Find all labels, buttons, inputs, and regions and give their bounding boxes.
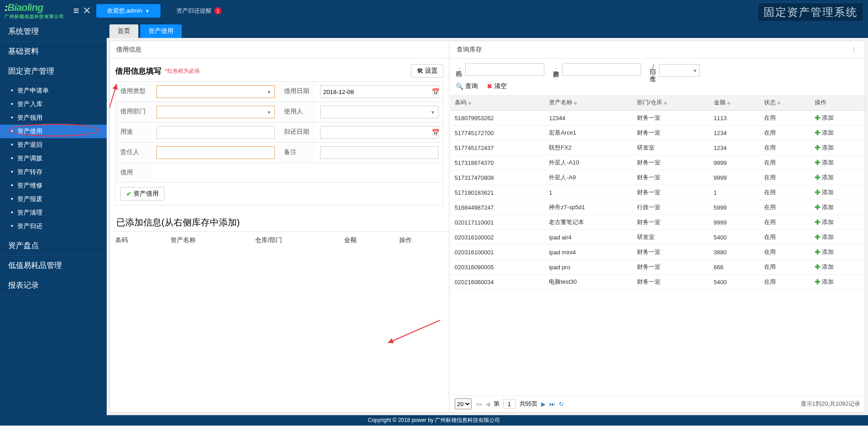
sidebar-item[interactable]: 资产维修 bbox=[0, 179, 107, 192]
sidebar-group-consumable[interactable]: 低值易耗品管理 bbox=[0, 256, 107, 276]
page-size-select[interactable]: 20 bbox=[455, 398, 472, 409]
plus-icon: ✚ bbox=[815, 114, 821, 122]
settings-button[interactable]: 🛠设置 bbox=[411, 64, 443, 78]
pager-info: 显示1到20,共1092记录 bbox=[801, 400, 860, 408]
remark-input[interactable] bbox=[320, 146, 439, 159]
menu-icon[interactable]: ≡ bbox=[73, 5, 79, 17]
submit-borrow-button[interactable]: ✔资产借用 bbox=[120, 187, 165, 201]
collapse-icon[interactable]: 》 bbox=[852, 46, 859, 54]
check-icon: ✔ bbox=[126, 190, 132, 197]
sidebar-item[interactable]: 资产调拨 bbox=[0, 152, 107, 165]
add-button[interactable]: ✚添加 bbox=[815, 129, 860, 137]
label-borrow-type: 借用类型 bbox=[116, 82, 152, 102]
add-button[interactable]: ✚添加 bbox=[815, 144, 860, 152]
purpose-input[interactable] bbox=[156, 126, 275, 139]
first-page-button[interactable]: ⏮ bbox=[476, 401, 482, 407]
welcome-dropdown[interactable]: 欢迎您,admin▼ bbox=[96, 4, 160, 18]
add-button[interactable]: ✚添加 bbox=[815, 114, 860, 122]
responsible-input[interactable] bbox=[156, 146, 275, 159]
sidebar-group-inventory[interactable]: 资产盘点 bbox=[0, 236, 107, 256]
borrow-date-input[interactable] bbox=[320, 85, 439, 98]
svg-line-1 bbox=[388, 320, 440, 343]
calendar-icon[interactable]: 📅 bbox=[432, 129, 439, 136]
add-button[interactable]: ✚添加 bbox=[815, 218, 860, 226]
added-table: 条码 资产名称 仓库/部门 金额 操作 bbox=[110, 231, 449, 249]
plus-icon: ✚ bbox=[815, 159, 821, 167]
add-button[interactable]: ✚添加 bbox=[815, 278, 860, 286]
sidebar-item[interactable]: 资产申请单 bbox=[0, 84, 107, 98]
table-row: 020216060034电脑test30财务一室5400在用✚添加 bbox=[450, 275, 865, 290]
col-op: 操作 bbox=[394, 232, 449, 249]
plus-icon: ✚ bbox=[815, 218, 821, 226]
sidebar-item[interactable]: 资产入库 bbox=[0, 98, 107, 111]
last-page-button[interactable]: ⏭ bbox=[549, 401, 555, 407]
col-name[interactable]: 资产名称 bbox=[165, 232, 250, 249]
pager: 20 ⏮ ◀ 第 共55页 ▶ ⏭ ↻ 显示1到20,共1092记录 bbox=[450, 395, 865, 412]
borrow-type-select[interactable] bbox=[156, 85, 275, 98]
refresh-button[interactable]: ↻ bbox=[559, 401, 564, 407]
col-amount[interactable]: 金额 bbox=[339, 232, 394, 249]
plus-icon: ✚ bbox=[815, 129, 821, 137]
label-remark: 备注 bbox=[279, 143, 316, 163]
table-row: 517317470808外星人-A9财务一室9999在用✚添加 bbox=[450, 170, 865, 185]
clear-button[interactable]: ✖清空 bbox=[487, 82, 507, 90]
add-button[interactable]: ✚添加 bbox=[815, 173, 860, 182]
sidebar-item[interactable]: 资产转存 bbox=[0, 165, 107, 179]
sidebar-group-basic[interactable]: 基础资料 bbox=[0, 42, 107, 61]
query-barcode-input[interactable] bbox=[465, 63, 544, 76]
calendar-icon[interactable]: 📅 bbox=[432, 88, 439, 95]
label-q-name: 资产名称: bbox=[552, 66, 559, 73]
sidebar-item[interactable]: 资产归还 bbox=[0, 220, 107, 233]
col-name[interactable]: 资产名称◆ bbox=[544, 95, 632, 111]
col-dept[interactable]: 部门/仓库◆ bbox=[632, 95, 709, 111]
add-button[interactable]: ✚添加 bbox=[815, 233, 860, 241]
wrench-icon: 🛠 bbox=[417, 67, 423, 75]
col-amount[interactable]: 金额◆ bbox=[709, 95, 760, 111]
borrow-info-panel: 借用信息 借用信息填写 *红色框为必填 🛠设置 借用类型 借用日期 bbox=[109, 41, 449, 412]
sidebar-group-report[interactable]: 报表记录 bbox=[0, 276, 107, 295]
label-return-date: 归还日期 bbox=[279, 122, 316, 142]
add-button[interactable]: ✚添加 bbox=[815, 248, 860, 256]
inventory-table: 条码◆ 资产名称◆ 部门/仓库◆ 金额◆ 状态◆ 操作 518079953262… bbox=[450, 95, 865, 290]
notification-badge: 1 bbox=[214, 7, 222, 14]
sidebar-item[interactable]: 资产清理 bbox=[0, 206, 107, 220]
tab-home[interactable]: 首页 bbox=[109, 24, 138, 38]
caret-down-icon: ▼ bbox=[145, 9, 150, 14]
sidebar-group-asset[interactable]: 固定资产管理 bbox=[0, 61, 107, 81]
return-date-input[interactable] bbox=[320, 126, 439, 139]
col-dept[interactable]: 仓库/部门 bbox=[250, 232, 339, 249]
add-button[interactable]: ✚添加 bbox=[815, 203, 860, 211]
top-bar: :Biaoling 广州标领信息科技有限公司 ≡ ✕ 欢迎您,admin▼ 资产… bbox=[0, 0, 868, 22]
borrow-dept-select[interactable] bbox=[156, 106, 275, 118]
search-button[interactable]: 🔍查询 bbox=[456, 82, 478, 90]
col-barcode[interactable]: 条码◆ bbox=[450, 95, 545, 111]
table-row: 5171901836211财务一室1在用✚添加 bbox=[450, 185, 865, 200]
query-name-input[interactable] bbox=[562, 63, 641, 76]
query-dept-select[interactable] bbox=[659, 64, 700, 77]
sidebar-item[interactable]: 资产领用 bbox=[0, 111, 107, 125]
added-title: 已添加信息(从右侧库存中添加) bbox=[110, 211, 449, 231]
required-note: *红色框为必填 bbox=[165, 67, 200, 75]
search-icon: 🔍 bbox=[456, 83, 463, 90]
main: 首页 资产借用 借用信息 借用信息填写 *红色框为必填 🛠设置 bbox=[107, 22, 868, 415]
tab-asset-borrow[interactable]: 资产借用 bbox=[140, 24, 182, 38]
sidebar-item[interactable]: 资产报废 bbox=[0, 192, 107, 206]
close-icon[interactable]: ✕ bbox=[83, 5, 91, 17]
page-input[interactable] bbox=[503, 399, 516, 409]
prev-page-button[interactable]: ◀ bbox=[486, 401, 490, 407]
col-barcode[interactable]: 条码 bbox=[110, 232, 165, 249]
next-page-button[interactable]: ▶ bbox=[541, 401, 546, 407]
add-button[interactable]: ✚添加 bbox=[815, 159, 860, 167]
reminder-link[interactable]: 资产归还提醒 1 bbox=[176, 7, 222, 15]
user-select[interactable] bbox=[320, 106, 439, 118]
label-user: 使用人 bbox=[279, 102, 316, 122]
sidebar-item[interactable]: 资产退回 bbox=[0, 138, 107, 152]
plus-icon: ✚ bbox=[815, 248, 821, 256]
sidebar-group-system[interactable]: 系统管理 bbox=[0, 22, 107, 42]
sidebar-item[interactable]: 资产借用 bbox=[0, 125, 107, 138]
plus-icon: ✚ bbox=[815, 233, 821, 241]
col-status[interactable]: 状态◆ bbox=[760, 95, 810, 111]
add-button[interactable]: ✚添加 bbox=[815, 263, 860, 271]
add-button[interactable]: ✚添加 bbox=[815, 188, 860, 197]
form-title: 借用信息填写 bbox=[115, 66, 161, 76]
